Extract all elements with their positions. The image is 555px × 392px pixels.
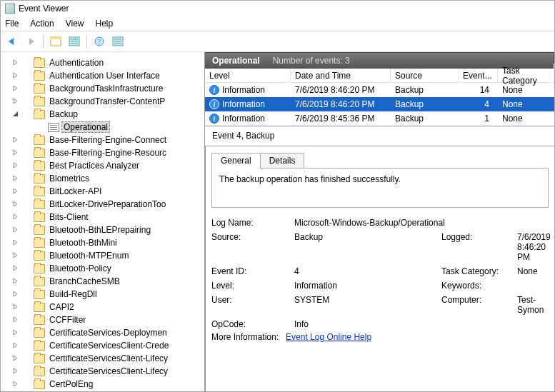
show-hide-tree-button[interactable] (47, 33, 64, 50)
folder-icon (34, 251, 45, 261)
tree-item[interactable]: BitLocker-API (34, 185, 204, 198)
expand-icon[interactable] (11, 252, 19, 260)
tree-item[interactable]: CAPI2 (34, 301, 204, 313)
menu-file[interactable]: File (5, 19, 19, 29)
expand-icon[interactable] (11, 98, 19, 106)
expand-icon[interactable] (11, 316, 19, 324)
tree-item[interactable]: Build-RegDll (34, 288, 204, 301)
tree-item[interactable]: Biometrics (34, 172, 204, 185)
tree-item[interactable]: Bluetooth-Policy (34, 262, 204, 275)
tree-item-label: CAPI2 (47, 302, 76, 312)
k-comp: Computer: (441, 295, 513, 315)
tree-item[interactable]: CertificateServicesClient-Crede (34, 339, 204, 352)
expand-icon[interactable] (11, 188, 19, 196)
tree-item[interactable]: CertPolEng (34, 378, 204, 391)
properties-button[interactable] (66, 33, 83, 50)
forward-button[interactable] (22, 33, 39, 50)
tree-item[interactable]: Authentication User Interface (34, 69, 204, 82)
event-viewer-window: Event Viewer File Action View Help ? Aut… (0, 0, 555, 392)
k-moreinfo: More Information: (211, 332, 279, 342)
menu-view[interactable]: View (66, 19, 84, 29)
log-title: Operational (212, 56, 260, 66)
tab-details[interactable]: Details (260, 153, 305, 169)
cell-source: Backup (391, 98, 459, 111)
tree-item-label: Bluetooth-MTPEnum (47, 251, 131, 261)
expand-icon[interactable] (11, 226, 19, 234)
expand-icon[interactable] (11, 368, 19, 376)
v-op: Info (294, 319, 551, 329)
tree-item[interactable]: Bluetooth-MTPEnum (34, 249, 204, 262)
event-detail: Event 4, Backup General Details The back… (205, 126, 554, 391)
tree-item[interactable]: CertificateServicesClient-Lifecy (34, 352, 204, 365)
folder-icon (34, 110, 45, 119)
tree-item[interactable]: BranchCacheSMB (34, 275, 204, 288)
tree-item[interactable]: Best Practices Analyzer (34, 159, 204, 172)
expand-icon[interactable] (11, 85, 19, 93)
tree-item[interactable]: CertificateServicesClient-Lifecy (34, 365, 204, 378)
v-user: SYSTEM (294, 295, 437, 315)
export-button[interactable] (109, 33, 126, 50)
tree-item[interactable]: Authentication (34, 56, 204, 69)
expand-icon[interactable] (11, 213, 19, 221)
expand-icon[interactable] (11, 342, 19, 350)
event-count: Number of events: 3 (273, 56, 350, 66)
col-eventid[interactable]: Event... (459, 69, 498, 83)
tree-item[interactable]: CCFFilter (34, 313, 204, 326)
expand-icon[interactable] (11, 329, 19, 337)
col-date[interactable]: Date and Time (291, 69, 391, 83)
expand-icon[interactable] (11, 381, 19, 388)
expand-icon[interactable] (11, 278, 19, 286)
tree-item[interactable]: Operational (34, 121, 204, 134)
tree-item[interactable]: Bluetooth-BthMini (34, 236, 204, 249)
tree-item[interactable]: BackgroundTaskInfrastructure (34, 82, 204, 95)
k-logged: Logged: (441, 232, 513, 262)
tree-item[interactable]: BitLocker-DrivePreparationToo (34, 198, 204, 211)
folder-icon (34, 213, 45, 222)
tree-item[interactable]: Backup (34, 108, 204, 121)
tree-item[interactable]: Bluetooth-BthLEPrepairing (34, 223, 204, 236)
expand-icon[interactable] (11, 136, 19, 144)
tree-item[interactable]: CertificateServices-Deploymen (34, 326, 204, 339)
k-eid: Event ID: (211, 266, 290, 276)
tree-pane[interactable]: AuthenticationAuthentication User Interf… (1, 52, 205, 391)
folder-icon (34, 380, 45, 389)
tab-general[interactable]: General (211, 153, 261, 169)
cell-eventid: 14 (459, 84, 498, 96)
tree-item[interactable]: Base-Filtering-Engine-Connect (34, 134, 204, 146)
expand-icon[interactable] (11, 355, 19, 363)
titlebar[interactable]: Event Viewer (1, 1, 554, 16)
k-tc: Task Category: (441, 266, 513, 276)
expand-icon[interactable] (11, 291, 19, 298)
expand-icon[interactable] (11, 265, 19, 273)
event-log-online-help-link[interactable]: Event Log Online Help (286, 332, 371, 342)
folder-icon (34, 354, 45, 363)
info-icon: i (209, 114, 219, 124)
expand-icon[interactable] (11, 201, 19, 208)
event-row[interactable]: iInformation7/6/2019 8:46:20 PMBackup4No… (205, 97, 554, 111)
menu-help[interactable]: Help (96, 19, 114, 29)
expand-icon[interactable] (11, 59, 19, 67)
tree-item-label: BackgroundTaskInfrastructure (47, 84, 165, 94)
tree-item[interactable]: Base-Filtering-Engine-Resourc (34, 146, 204, 159)
back-button[interactable] (4, 33, 21, 50)
tab-panel-general: The backup operation has finished succes… (211, 168, 549, 208)
tree-item[interactable]: BackgroundTransfer-ContentP (34, 95, 204, 108)
tree-item-label: CCFFilter (47, 315, 88, 325)
expand-icon[interactable] (11, 303, 19, 311)
event-row[interactable]: iInformation7/6/2019 8:46:20 PMBackup14N… (205, 83, 554, 97)
expand-icon[interactable] (11, 175, 19, 183)
menu-action[interactable]: Action (30, 19, 54, 29)
tree-item-label: Bluetooth-BthLEPrepairing (47, 225, 153, 235)
event-row[interactable]: iInformation7/6/2019 8:45:36 PMBackup1No… (205, 111, 554, 126)
help-button[interactable]: ? (91, 33, 108, 50)
expand-icon[interactable] (11, 239, 19, 247)
col-level[interactable]: Level (205, 69, 291, 83)
expand-icon[interactable] (11, 149, 19, 157)
expand-icon[interactable] (11, 72, 19, 80)
tree-item[interactable]: Bits-Client (34, 211, 204, 223)
expand-icon[interactable] (11, 162, 19, 170)
grid-header[interactable]: Level Date and Time Source Event... Task… (205, 69, 554, 83)
events-grid[interactable]: Level Date and Time Source Event... Task… (205, 69, 554, 126)
col-source[interactable]: Source (391, 69, 459, 83)
collapse-icon[interactable] (11, 111, 19, 119)
